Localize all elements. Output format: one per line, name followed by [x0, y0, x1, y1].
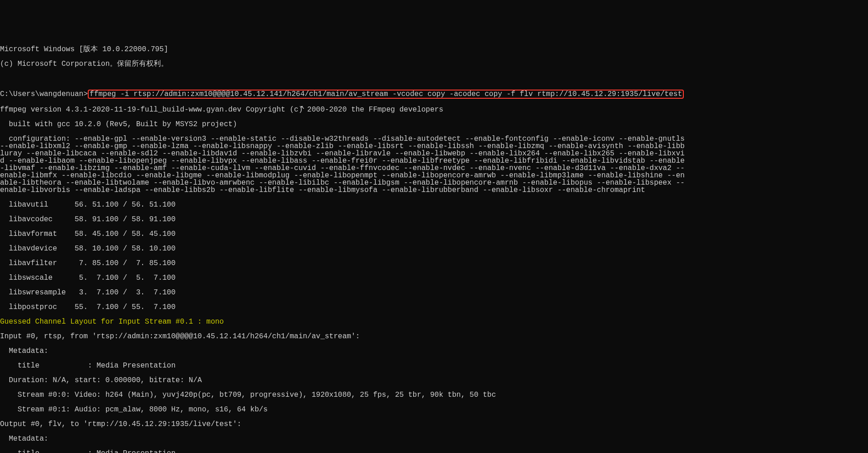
blank-line [0, 75, 868, 82]
title-line: title : Media Presentation [0, 450, 868, 453]
lib-line: libswresample 3. 7.100 / 3. 7.100 [0, 289, 868, 296]
metadata-label: Metadata: [0, 435, 868, 442]
terminal-output[interactable]: Microsoft Windows [版本 10.0.22000.795] (c… [0, 37, 868, 453]
input-stream-0: Stream #0:0: Video: h264 (Main), yuvj420… [0, 391, 868, 399]
highlighted-command: ffmpeg -i rtsp://admin:zxm10@@@@10.45.12… [88, 90, 684, 99]
lib-line: libavutil 56. 51.100 / 56. 51.100 [0, 201, 868, 208]
duration-line: Duration: N/A, start: 0.000000, bitrate:… [0, 377, 868, 384]
ffmpeg-built-line: built with gcc 10.2.0 (Rev5, Built by MS… [0, 121, 868, 128]
input-stream-1: Stream #0:1: Audio: pcm_alaw, 8000 Hz, m… [0, 406, 868, 413]
windows-version-line: Microsoft Windows [版本 10.0.22000.795] [0, 46, 868, 53]
input-header-line: Input #0, rtsp, from 'rtsp://admin:zxm10… [0, 333, 868, 340]
title-line: title : Media Presentation [0, 362, 868, 369]
guessed-channel-line: Guessed Channel Layout for Input Stream … [0, 318, 868, 325]
copyright-line: (c) Microsoft Corporation。保留所有权利。 [0, 60, 868, 68]
prompt-prefix: C:\Users\wangdenuan> [0, 90, 88, 98]
command-prompt-line[interactable]: C:\Users\wangdenuan>ffmpeg -i rtsp://adm… [0, 90, 868, 99]
metadata-label: Metadata: [0, 347, 868, 355]
ffmpeg-config-line: configuration: --enable-gpl --enable-ver… [0, 135, 686, 194]
lib-line: libswscale 5. 7.100 / 5. 7.100 [0, 274, 868, 282]
ffmpeg-version-line: ffmpeg version 4.3.1-2020-11-19-full_bui… [0, 106, 868, 113]
lib-line: libavformat 58. 45.100 / 58. 45.100 [0, 230, 868, 238]
lib-line: libavfilter 7. 85.100 / 7. 85.100 [0, 260, 868, 267]
lib-line: libavdevice 58. 10.100 / 58. 10.100 [0, 245, 868, 252]
output-header-line: Output #0, flv, to 'rtmp://10.45.12.29:1… [0, 421, 868, 428]
lib-line: libavcodec 58. 91.100 / 58. 91.100 [0, 216, 868, 223]
lib-line: libpostproc 55. 7.100 / 55. 7.100 [0, 304, 868, 311]
